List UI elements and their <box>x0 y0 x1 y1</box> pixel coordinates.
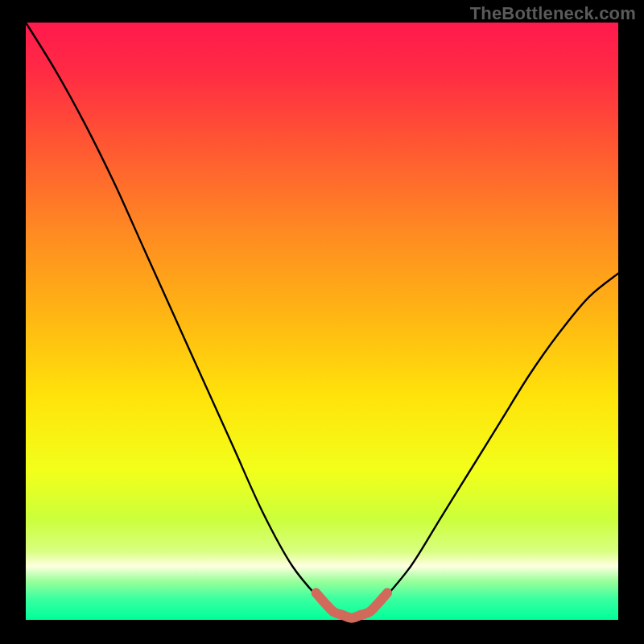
bottleneck-chart <box>0 0 644 644</box>
plot-background <box>26 23 618 620</box>
watermark-text: TheBottleneck.com <box>470 3 636 24</box>
chart-container: TheBottleneck.com <box>0 0 644 644</box>
